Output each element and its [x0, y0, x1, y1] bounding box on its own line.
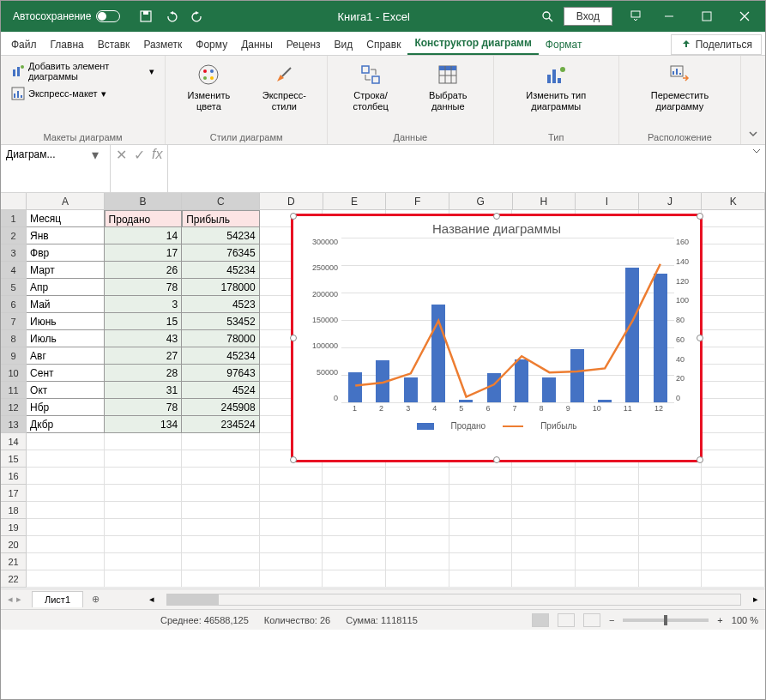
horizontal-scrollbar[interactable]: ◂ ▸: [149, 594, 758, 606]
cell[interactable]: [105, 553, 183, 570]
fx-icon[interactable]: fx: [152, 147, 162, 162]
change-colors-button[interactable]: Изменить цвета: [172, 59, 244, 114]
cell[interactable]: [386, 468, 449, 485]
cell[interactable]: [576, 502, 639, 519]
row-header[interactable]: 11: [1, 382, 27, 399]
cell[interactable]: [105, 485, 183, 502]
cell[interactable]: [323, 502, 386, 519]
sheet-nav-next-icon[interactable]: ▸: [16, 594, 21, 605]
cell[interactable]: [639, 485, 703, 502]
row-header[interactable]: 18: [1, 502, 27, 519]
row-header[interactable]: 19: [1, 519, 27, 536]
cell[interactable]: [702, 365, 765, 382]
cell[interactable]: [512, 536, 576, 553]
row-header[interactable]: 16: [1, 468, 27, 485]
cell[interactable]: [105, 433, 183, 450]
cell[interactable]: Апр: [27, 279, 105, 296]
tab-home[interactable]: Главна: [44, 34, 91, 55]
cell[interactable]: [702, 536, 765, 553]
cell[interactable]: [639, 553, 703, 570]
cell[interactable]: [323, 468, 386, 485]
cell[interactable]: [260, 519, 323, 536]
resize-handle[interactable]: [290, 213, 297, 220]
cell[interactable]: [386, 502, 449, 519]
cell[interactable]: Прибыль: [182, 210, 260, 227]
cell[interactable]: 97643: [182, 365, 260, 382]
cell[interactable]: [702, 399, 765, 416]
cell[interactable]: [702, 262, 765, 279]
cell[interactable]: Янв: [27, 227, 105, 244]
cell[interactable]: [702, 279, 765, 296]
move-chart-button[interactable]: Переместить диаграмму: [626, 59, 733, 114]
cell[interactable]: 54234: [182, 227, 260, 244]
cell[interactable]: [512, 553, 576, 570]
cell[interactable]: [260, 536, 323, 553]
cell[interactable]: [27, 553, 105, 570]
row-header[interactable]: 10: [1, 365, 27, 382]
cell[interactable]: [105, 570, 183, 588]
cell[interactable]: 78000: [182, 330, 260, 347]
tab-format[interactable]: Формат: [539, 34, 589, 55]
cell[interactable]: [702, 468, 765, 485]
cell[interactable]: [386, 553, 449, 570]
cell[interactable]: [260, 570, 323, 588]
add-chart-element-button[interactable]: Добавить элемент диаграммы ▾: [8, 59, 158, 83]
cell[interactable]: [323, 485, 386, 502]
row-header[interactable]: 6: [1, 296, 27, 313]
tab-chart-design[interactable]: Конструктор диаграмм: [407, 33, 538, 55]
cell[interactable]: [702, 296, 765, 313]
col-header[interactable]: A: [27, 193, 105, 209]
tab-layout[interactable]: Разметк: [136, 34, 189, 55]
cell[interactable]: [702, 227, 765, 244]
collapse-ribbon-button[interactable]: [741, 125, 765, 144]
cell[interactable]: [449, 519, 513, 536]
cell[interactable]: [702, 450, 765, 468]
cell[interactable]: 15: [105, 313, 183, 330]
cell[interactable]: [576, 536, 639, 553]
cell[interactable]: [702, 485, 765, 502]
cell[interactable]: 4524: [182, 382, 260, 399]
cell[interactable]: [512, 570, 576, 588]
cell[interactable]: 45234: [182, 262, 260, 279]
cell[interactable]: Фвр: [27, 244, 105, 262]
cell[interactable]: [27, 570, 105, 588]
cell[interactable]: [702, 416, 765, 433]
resize-handle[interactable]: [290, 335, 297, 341]
cell[interactable]: 28: [105, 365, 183, 382]
quick-layout-button[interactable]: Экспресс-макет ▾: [8, 85, 158, 102]
row-header[interactable]: 22: [1, 570, 27, 588]
autosave-toggle[interactable]: Автосохранение: [13, 10, 120, 22]
cell[interactable]: 3: [105, 296, 183, 313]
normal-view-button[interactable]: [532, 613, 549, 627]
cell[interactable]: [702, 382, 765, 399]
row-header[interactable]: 8: [1, 330, 27, 347]
cell[interactable]: [449, 553, 513, 570]
cell[interactable]: 14: [105, 227, 183, 244]
cell[interactable]: 78: [105, 279, 183, 296]
cell[interactable]: [702, 570, 765, 588]
cell[interactable]: [105, 450, 183, 468]
chart-legend[interactable]: Продано Прибыль: [293, 418, 700, 434]
cell[interactable]: [323, 553, 386, 570]
cancel-formula-icon[interactable]: ✕: [116, 147, 127, 163]
cell[interactable]: 17: [105, 244, 183, 262]
tab-formulas[interactable]: Форму: [189, 34, 234, 55]
resize-handle[interactable]: [697, 456, 703, 463]
sheet-nav-prev-icon[interactable]: ◂: [8, 594, 13, 605]
resize-handle[interactable]: [697, 213, 703, 220]
cell[interactable]: 76345: [182, 244, 260, 262]
col-header[interactable]: C: [182, 193, 260, 209]
cell[interactable]: [182, 553, 260, 570]
cell[interactable]: [576, 519, 639, 536]
zoom-slider[interactable]: [623, 619, 709, 622]
row-header[interactable]: 21: [1, 553, 27, 570]
resize-handle[interactable]: [493, 213, 500, 220]
cell[interactable]: [576, 553, 639, 570]
cell[interactable]: [182, 536, 260, 553]
cell[interactable]: [639, 502, 703, 519]
cell[interactable]: [639, 519, 703, 536]
sheet-tab[interactable]: Лист1: [32, 591, 83, 607]
row-header[interactable]: 3: [1, 244, 27, 262]
scroll-right-icon[interactable]: ▸: [753, 594, 758, 605]
minimize-button[interactable]: [652, 1, 686, 32]
